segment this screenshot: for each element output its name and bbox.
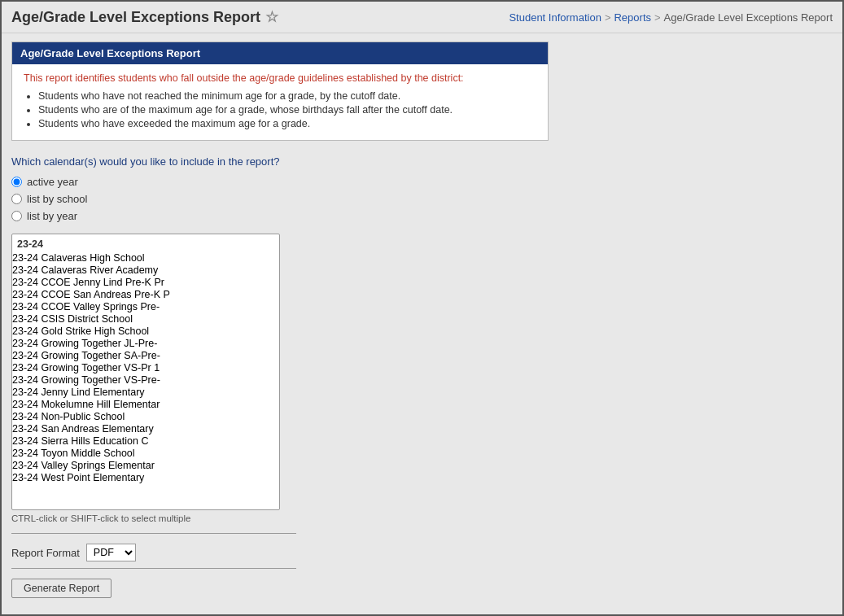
report-format-label: Report Format xyxy=(11,547,80,559)
calendar-question: Which calendar(s) would you like to incl… xyxy=(11,155,833,168)
radio-active-year[interactable]: active year xyxy=(11,176,833,188)
divider-1 xyxy=(11,533,296,534)
school-group-header: 23-24 xyxy=(12,236,279,252)
breadcrumb-current: Age/Grade Level Exceptions Report xyxy=(664,11,833,24)
page-title: Age/Grade Level Exceptions Report xyxy=(11,9,260,26)
school-item[interactable]: 23-24 Sierra Hills Education C xyxy=(12,435,279,448)
format-select[interactable]: PDF CSV Excel xyxy=(86,544,136,561)
school-item[interactable]: 23-24 Growing Together SA-Pre- xyxy=(12,350,279,362)
school-item[interactable]: 23-24 Growing Together VS-Pre- xyxy=(12,374,279,387)
radio-active-year-input[interactable] xyxy=(11,177,22,187)
breadcrumb-separator-2: > xyxy=(654,11,661,24)
info-box: Age/Grade Level Exceptions Report This r… xyxy=(11,42,549,141)
form-section: Which calendar(s) would you like to incl… xyxy=(11,155,833,598)
generate-report-button[interactable]: Generate Report xyxy=(11,579,112,598)
school-list[interactable]: 23-24 23-24 Calaveras High School 23-24 … xyxy=(11,234,280,510)
breadcrumb-reports[interactable]: Reports xyxy=(614,11,651,24)
school-item[interactable]: 23-24 Toyon Middle School xyxy=(12,448,279,460)
school-item[interactable]: 23-24 CCOE Jenny Lind Pre-K Pr xyxy=(12,277,279,289)
school-item[interactable]: 23-24 San Andreas Elementary xyxy=(12,423,279,435)
top-header: Age/Grade Level Exceptions Report ☆ Stud… xyxy=(2,2,842,33)
school-item[interactable]: 23-24 CSIS District School xyxy=(12,313,279,325)
info-box-body: This report identifies students who fall… xyxy=(12,64,548,140)
radio-list-by-school[interactable]: list by school xyxy=(11,193,833,205)
bullet-1: Students who have not reached the minimu… xyxy=(38,90,536,102)
bullets-list: Students who have not reached the minimu… xyxy=(24,90,536,129)
report-format-row: Report Format PDF CSV Excel xyxy=(11,544,833,561)
radio-list-by-year-input[interactable] xyxy=(11,211,22,221)
info-box-header: Age/Grade Level Exceptions Report xyxy=(12,42,548,64)
school-item[interactable]: 23-24 Jenny Lind Elementary xyxy=(12,387,279,399)
radio-group: active year list by school list by year xyxy=(11,176,833,222)
main-content: Age/Grade Level Exceptions Report This r… xyxy=(2,33,842,606)
school-item[interactable]: 23-24 Valley Springs Elementar xyxy=(12,460,279,472)
radio-active-year-label: active year xyxy=(27,176,78,188)
radio-list-by-year[interactable]: list by year xyxy=(11,210,833,222)
star-icon[interactable]: ☆ xyxy=(265,8,278,26)
page-title-area: Age/Grade Level Exceptions Report ☆ xyxy=(11,8,278,26)
radio-list-by-year-label: list by year xyxy=(27,210,77,222)
intro-text: This report identifies students who fall… xyxy=(24,72,536,84)
breadcrumb: Student Information > Reports > Age/Grad… xyxy=(509,11,833,24)
school-item[interactable]: 23-24 Mokelumne Hill Elementar xyxy=(12,399,279,411)
ctrl-hint: CTRL-click or SHIFT-click to select mult… xyxy=(11,513,833,523)
school-item[interactable]: 23-24 West Point Elementary xyxy=(12,472,279,484)
school-item[interactable]: 23-24 CCOE Valley Springs Pre- xyxy=(12,301,279,313)
school-item[interactable]: 23-24 Calaveras River Academy xyxy=(12,264,279,277)
info-box-title: Age/Grade Level Exceptions Report xyxy=(20,47,200,59)
school-item[interactable]: 23-24 Non-Public School xyxy=(12,411,279,423)
school-item[interactable]: 23-24 Growing Together JL-Pre- xyxy=(12,338,279,350)
breadcrumb-separator-1: > xyxy=(605,11,611,24)
breadcrumb-student-information[interactable]: Student Information xyxy=(509,11,601,24)
school-item[interactable]: 23-24 Growing Together VS-Pr 1 xyxy=(12,362,279,374)
divider-2 xyxy=(11,568,296,569)
school-item[interactable]: 23-24 CCOE San Andreas Pre-K P xyxy=(12,289,279,301)
school-list-container: 23-24 23-24 Calaveras High School 23-24 … xyxy=(11,234,833,523)
bullet-2: Students who are of the maximum age for … xyxy=(38,104,536,116)
radio-list-by-school-label: list by school xyxy=(27,193,87,205)
school-item[interactable]: 23-24 Calaveras High School xyxy=(12,252,279,264)
bullet-3: Students who have exceeded the maximum a… xyxy=(38,118,536,129)
radio-list-by-school-input[interactable] xyxy=(11,194,22,204)
school-item[interactable]: 23-24 Gold Strike High School xyxy=(12,325,279,338)
